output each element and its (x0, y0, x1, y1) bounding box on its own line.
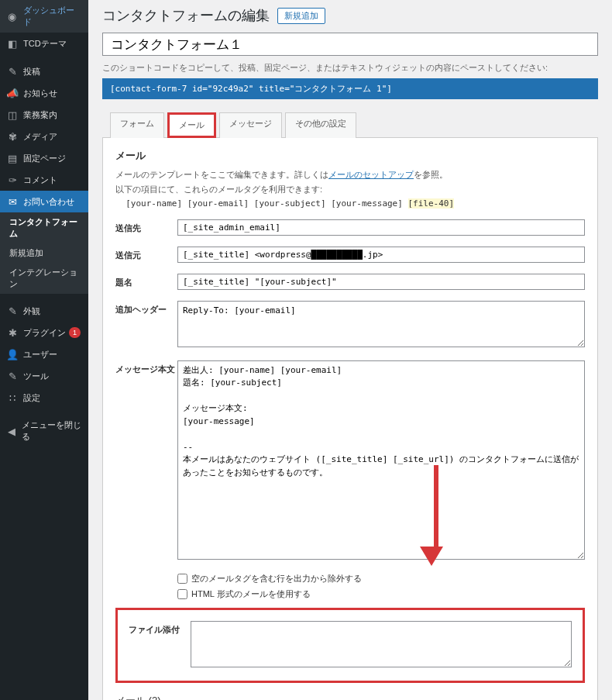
sidebar-label: コメント (23, 174, 57, 186)
add-new-button[interactable]: 新規追加 (277, 8, 325, 24)
mail-desc2: 以下の項目にて、これらのメールタグを利用できます: (115, 184, 585, 195)
sidebar-item-comments[interactable]: ✑コメント (0, 169, 88, 191)
page-title: コンタクトフォームの編集 (102, 6, 270, 25)
file-attach-highlight: ファイル添付 (115, 608, 585, 683)
to-label: 送信先 (115, 219, 177, 234)
sidebar-item-media[interactable]: ✾メディア (0, 126, 88, 147)
sidebar-label: 投稿 (23, 66, 40, 78)
sidebar-item-contact[interactable]: ✉お問い合わせ (0, 191, 88, 212)
sidebar-collapse[interactable]: ◀メニューを閉じる (0, 415, 88, 447)
sidebar-label: 固定ページ (23, 153, 66, 164)
tab-form[interactable]: フォーム (110, 112, 164, 138)
exclude-blank-label: 空のメールタグを含む行を出力から除外する (191, 573, 362, 584)
sidebar-item-dashboard[interactable]: ◉ダッシュボード (0, 0, 88, 33)
sidebar-item-appearance[interactable]: ✎外観 (0, 300, 88, 322)
tab-messages[interactable]: メッセージ (219, 112, 282, 138)
headers-input[interactable]: Reply-To: [your-email] (177, 301, 585, 347)
sidebar-item-tcd[interactable]: ◧TCDテーマ (0, 33, 88, 54)
collapse-icon: ◀ (6, 425, 17, 437)
mail-desc1: メールのテンプレートをここで編集できます。詳しくはメールのセットアップを参照。 (115, 169, 585, 181)
subject-input[interactable] (177, 274, 585, 290)
sidebar-label: 業務案内 (23, 109, 57, 121)
attach-input[interactable] (191, 621, 572, 667)
mail-setup-link[interactable]: メールのセットアップ (328, 170, 414, 179)
layout-icon: ◫ (6, 109, 19, 121)
sidebar-label: プラグイン (23, 327, 66, 339)
mail-panel: メール メールのテンプレートをここで編集できます。詳しくはメールのセットアップを… (102, 138, 598, 700)
megaphone-icon: 📣 (6, 87, 19, 99)
tabs: フォーム メール メッセージ その他の設定 (102, 112, 598, 138)
tab-other[interactable]: その他の設定 (285, 112, 356, 138)
from-input[interactable] (177, 247, 585, 263)
update-badge: 1 (69, 327, 81, 338)
to-input[interactable] (177, 219, 585, 236)
mail-icon: ✉ (6, 195, 19, 208)
sidebar-sub-forms[interactable]: コンタクトフォーム (0, 212, 88, 243)
sidebar-label: ユーザー (23, 349, 57, 360)
sidebar-item-settings[interactable]: ∷設定 (0, 387, 88, 409)
use-html-checkbox[interactable] (177, 589, 187, 599)
mail-tag-highlight: [file-40] (408, 198, 455, 209)
shortcode-display[interactable]: [contact-form-7 id="92c49a2" title="コンタク… (102, 78, 598, 99)
sidebar-item-service[interactable]: ◫業務案内 (0, 104, 88, 126)
sidebar-label: メニューを閉じる (22, 419, 82, 443)
exclude-blank-checkbox[interactable] (177, 574, 187, 584)
theme-icon: ◧ (6, 37, 19, 50)
tool-icon: ✎ (6, 370, 19, 382)
sidebar-sub-add[interactable]: 新規追加 (0, 243, 88, 263)
sidebar-label: ツール (23, 371, 49, 382)
mail2-heading: メール (2) (115, 694, 585, 701)
form-title-input[interactable] (102, 33, 598, 56)
main-content: コンタクトフォームの編集 新規追加 このショートコードをコピーして、投稿、固定ペ… (88, 0, 612, 700)
sidebar-item-plugins[interactable]: ✱プラグイン1 (0, 322, 88, 343)
sidebar-label: メディア (23, 131, 57, 143)
subject-label: 題名 (115, 274, 177, 288)
sidebar-item-news[interactable]: 📣お知らせ (0, 82, 88, 104)
body-label: メッセージ本文 (115, 360, 177, 375)
brush-icon: ✎ (6, 305, 19, 317)
pin-icon: ✎ (6, 65, 19, 78)
sidebar-item-pages[interactable]: ▤固定ページ (0, 147, 88, 169)
sidebar-label: ダッシュボード (23, 5, 82, 28)
sidebar-submenu: コンタクトフォーム 新規追加 インテグレーション (0, 212, 88, 294)
shortcode-help: このショートコードをコピーして、投稿、固定ページ、またはテキストウィジェットの内… (102, 62, 598, 74)
body-input[interactable]: 差出人: [your-name] [your-email] 題名: [your-… (177, 360, 585, 560)
user-icon: 👤 (6, 348, 19, 360)
settings-icon: ∷ (6, 391, 19, 404)
sidebar-item-users[interactable]: 👤ユーザー (0, 343, 88, 365)
plugin-icon: ✱ (6, 326, 19, 339)
sidebar-item-posts[interactable]: ✎投稿 (0, 60, 88, 82)
sidebar-label: 外観 (23, 305, 40, 317)
media-icon: ✾ (6, 130, 19, 143)
sidebar-label: 設定 (23, 392, 40, 404)
sidebar-label: お問い合わせ (23, 196, 74, 208)
tab-mail[interactable]: メール (167, 112, 216, 138)
attach-label: ファイル添付 (129, 621, 191, 636)
sidebar-label: お知らせ (23, 88, 57, 99)
use-html-label: HTML 形式のメールを使用する (191, 588, 311, 600)
mail-heading: メール (115, 149, 585, 163)
mail-tags: [your-name] [your-email] [your-subject] … (115, 198, 585, 209)
sidebar-label: TCDテーマ (23, 38, 67, 50)
dashboard-icon: ◉ (6, 10, 19, 22)
sidebar-item-tools[interactable]: ✎ツール (0, 365, 88, 387)
from-label: 送信元 (115, 247, 177, 261)
headers-label: 追加ヘッダー (115, 301, 177, 316)
comment-icon: ✑ (6, 174, 19, 186)
page-icon: ▤ (6, 152, 19, 164)
admin-sidebar: ◉ダッシュボード ◧TCDテーマ ✎投稿 📣お知らせ ◫業務案内 ✾メディア ▤… (0, 0, 88, 700)
sidebar-sub-integration[interactable]: インテグレーション (0, 263, 88, 294)
